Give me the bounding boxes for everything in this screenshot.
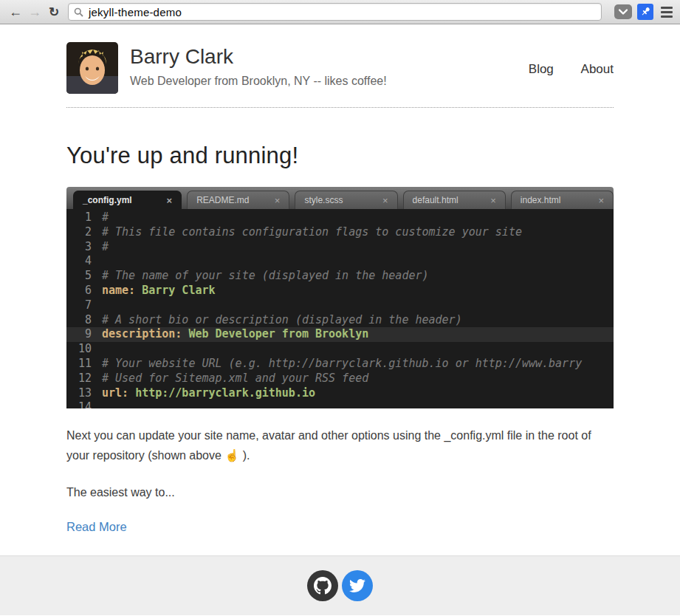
search-icon (74, 7, 83, 17)
tab-close-icon[interactable]: × (275, 195, 281, 206)
line-number: 7 (72, 298, 92, 313)
editor-tab-README.md[interactable]: README.md× (187, 191, 289, 209)
tab-close-icon[interactable]: × (382, 195, 388, 206)
site-description: Web Developer from Brooklyn, NY -- likes… (130, 75, 505, 88)
paragraph-text: Next you can update your site name, avat… (66, 429, 591, 462)
editor-tab-index.html[interactable]: index.html× (511, 191, 614, 209)
line-number: 2 (72, 225, 92, 240)
tab-close-icon[interactable]: × (167, 195, 173, 206)
code-line: 9description: Web Developer from Brookly… (66, 327, 614, 342)
line-source: description: Web Developer from Brooklyn (92, 327, 368, 342)
line-number: 13 (72, 386, 92, 401)
forward-button[interactable]: → (25, 5, 44, 18)
site-nav: Blog About (505, 62, 614, 77)
code-line: 5# The name of your site (displayed in t… (66, 269, 614, 284)
line-source: # (92, 240, 109, 255)
avatar[interactable] (66, 42, 118, 94)
post-title: You're up and running! (66, 143, 614, 169)
read-more-link[interactable]: Read More (66, 520, 614, 534)
pocket-extension-button[interactable] (614, 4, 632, 19)
code-line: 3# (66, 240, 614, 255)
forward-icon: → (28, 4, 41, 19)
pin-extension-button[interactable] (637, 4, 653, 20)
pushpin-icon (639, 5, 652, 18)
point-up-emoji-icon: ☝ (224, 449, 239, 462)
address-bar[interactable]: jekyll-theme-demo (68, 3, 602, 21)
site-title[interactable]: Barry Clark (130, 45, 505, 69)
twitter-icon (349, 578, 365, 594)
line-source (92, 400, 109, 408)
line-source: # Your website URL (e.g. http://barrycla… (92, 357, 582, 372)
tab-label: _config.yml (83, 195, 132, 205)
line-source: name: Barry Clark (92, 284, 216, 298)
back-button[interactable]: ← (6, 5, 25, 18)
footer-wrap (66, 555, 614, 615)
github-link[interactable] (307, 570, 338, 601)
code-line: 4 (66, 254, 614, 269)
line-number: 3 (72, 240, 92, 255)
line-source: # The name of your site (displayed in th… (92, 269, 429, 284)
code-line: 6name: Barry Clark (66, 284, 614, 298)
line-number: 14 (72, 400, 92, 408)
editor-tab-_config.yml[interactable]: _config.yml× (73, 191, 182, 209)
code-line: 13url: http://barryclark.github.io (66, 386, 614, 401)
line-number: 1 (72, 211, 92, 225)
code-line: 2# This file contains configuration flag… (66, 225, 614, 240)
site-footer (0, 555, 680, 615)
browser-toolbar: ← → ↻ jekyll-theme-demo (0, 0, 680, 24)
editor-tabbar: _config.yml×README.md×style.scss×default… (66, 187, 614, 209)
tab-label: README.md (196, 195, 249, 205)
code-line: 14 (66, 400, 614, 408)
code-line: 7 (66, 298, 614, 313)
line-source (92, 342, 109, 357)
line-number: 4 (72, 254, 92, 269)
reload-icon: ↻ (49, 5, 59, 19)
github-icon (314, 577, 332, 595)
line-source: url: http://barryclark.github.io (92, 386, 315, 401)
reload-button[interactable]: ↻ (44, 6, 63, 18)
tab-label: index.html (521, 195, 561, 205)
page: Barry Clark Web Developer from Brooklyn,… (66, 24, 614, 615)
menu-button[interactable] (661, 7, 673, 18)
code-line: 1# (66, 211, 614, 225)
chevron-down-icon (619, 9, 628, 16)
line-number: 5 (72, 269, 92, 284)
nav-link-blog[interactable]: Blog (529, 62, 554, 76)
editor-tab-default.html[interactable]: default.html× (403, 191, 506, 209)
nav-link-about[interactable]: About (581, 62, 614, 76)
line-source: # This file contains configuration flags… (92, 225, 522, 240)
line-source: # (92, 211, 109, 225)
code-editor-screenshot: _config.yml×README.md×style.scss×default… (66, 187, 614, 408)
tab-label: style.scss (304, 195, 343, 205)
line-source (92, 298, 109, 313)
tab-close-icon[interactable]: × (490, 195, 496, 206)
code-line: 8# A short bio or description (displayed… (66, 313, 614, 328)
line-number: 8 (72, 313, 92, 328)
tab-label: default.html (413, 195, 459, 205)
line-number: 6 (72, 284, 92, 298)
line-source: # Used for Sitemap.xml and your RSS feed (92, 372, 368, 386)
avatar-photo-icon (66, 42, 118, 94)
back-icon: ← (9, 4, 22, 19)
post-paragraph-2: The easiest way to... (66, 482, 614, 502)
editor-tab-style.scss[interactable]: style.scss× (295, 191, 397, 209)
line-source: # A short bio or description (displayed … (92, 313, 462, 328)
line-number: 9 (72, 327, 92, 342)
line-number: 10 (72, 342, 92, 357)
line-number: 12 (72, 372, 92, 386)
paragraph-text-end: ). (239, 449, 250, 462)
twitter-link[interactable] (342, 570, 373, 601)
code-line: 11# Your website URL (e.g. http://barryc… (66, 357, 614, 372)
site-header: Barry Clark Web Developer from Brooklyn,… (66, 24, 614, 108)
code-line: 12# Used for Sitemap.xml and your RSS fe… (66, 372, 614, 386)
line-source (92, 254, 109, 269)
post-paragraph-1: Next you can update your site name, avat… (66, 425, 614, 465)
editor-code: 1#2# This file contains configuration fl… (66, 209, 614, 408)
url-text[interactable]: jekyll-theme-demo (89, 6, 182, 18)
tab-close-icon[interactable]: × (598, 195, 604, 206)
site-info: Barry Clark Web Developer from Brooklyn,… (130, 42, 505, 88)
code-line: 10 (66, 342, 614, 357)
line-number: 11 (72, 357, 92, 372)
